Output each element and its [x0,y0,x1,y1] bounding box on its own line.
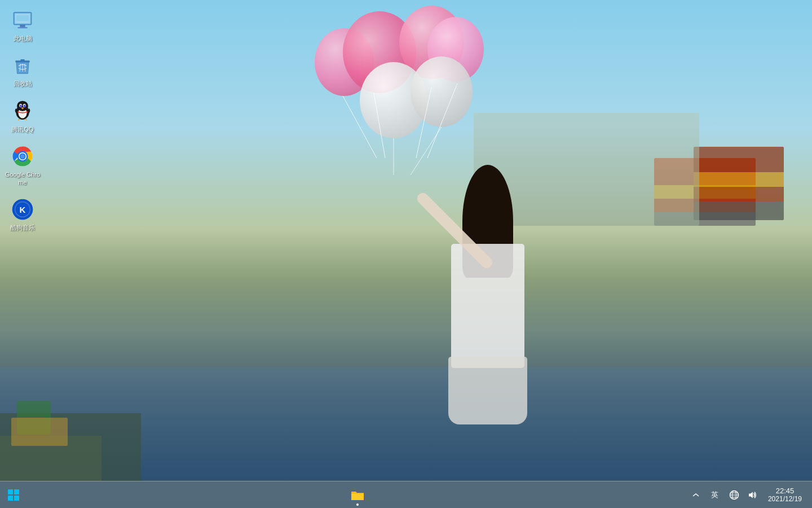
qq-label: 腾讯QQ [11,125,33,133]
clock-time: 22:45 [776,487,795,496]
language-label: 英 [711,490,718,500]
desktop-icon-my-computer[interactable]: 此电脑 [1,6,44,45]
desktop-icons-container: 此电脑 [0,0,45,508]
balloon [411,56,473,127]
svg-rect-9 [17,27,27,28]
clock-area[interactable]: 22:45 2021/12/19 [762,483,807,507]
my-computer-label: 此电脑 [14,34,32,42]
speaker-icon [747,490,757,500]
chevron-up-icon [692,492,699,498]
system-tray: 英 [688,483,812,507]
recycle-bin-label: 回收站 [14,80,32,87]
kuwo-label: 酷狗音乐 [10,224,35,231]
svg-rect-11 [16,15,29,21]
svg-point-23 [24,104,25,107]
recycle-bin-icon [11,54,34,77]
desktop-icon-kuwo[interactable]: K 酷狗音乐 [1,195,44,234]
taskbar: 英 [0,481,812,508]
desktop-icon-recycle-bin[interactable]: 回收站 [1,51,44,90]
desktop: 此电脑 [0,0,812,508]
clock-date: 2021/12/19 [768,495,802,503]
language-indicator[interactable]: 英 [706,487,724,503]
svg-rect-35 [14,489,19,494]
svg-point-25 [25,105,25,106]
svg-point-24 [21,105,21,106]
desktop-icon-google-chrome[interactable]: Google Chrome [1,142,44,190]
svg-rect-36 [8,496,13,501]
svg-rect-37 [14,496,19,501]
svg-rect-34 [8,489,13,494]
qq-icon [11,99,34,123]
svg-point-22 [20,104,21,107]
chrome-label: Google Chrome [4,170,41,187]
desktop-icon-qq[interactable]: 腾讯QQ [1,97,44,136]
svg-rect-8 [20,25,25,27]
tray-chevron-button[interactable] [688,487,704,503]
svg-rect-13 [20,59,25,61]
svg-text:K: K [20,205,26,215]
globe-icon [729,490,739,500]
folder-icon [350,488,365,502]
svg-point-19 [17,100,28,111]
svg-line-5 [411,127,442,175]
svg-point-30 [20,154,25,159]
kuwo-icon: K [11,198,34,221]
volume-icon-button[interactable] [744,487,760,503]
windows-logo-icon [7,489,20,501]
taskbar-file-explorer[interactable] [345,483,370,507]
balloons [298,0,478,192]
chrome-icon [11,144,34,168]
network-icon-button[interactable] [726,487,742,503]
taskbar-apps [27,483,688,507]
computer-icon [11,8,34,32]
start-button[interactable] [0,481,27,509]
